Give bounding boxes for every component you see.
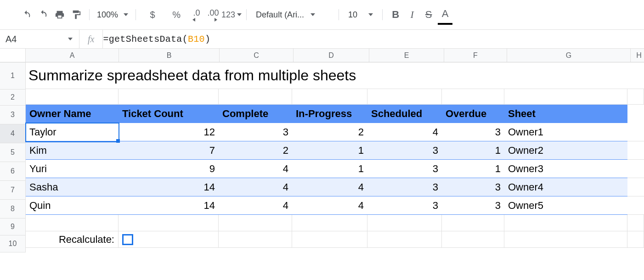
row-header-8[interactable]: 8 bbox=[0, 200, 25, 218]
text-color-button[interactable]: A bbox=[437, 6, 453, 24]
cell[interactable]: 4 bbox=[219, 196, 292, 215]
column-header-F[interactable]: F bbox=[444, 49, 507, 62]
zoom-dropdown[interactable]: 100% bbox=[94, 10, 131, 20]
cell[interactable] bbox=[627, 196, 644, 215]
column-header-B[interactable]: B bbox=[119, 49, 220, 62]
percent-format-button[interactable]: % bbox=[164, 6, 188, 23]
cell[interactable]: 2 bbox=[219, 141, 292, 160]
cell[interactable]: Yuri bbox=[26, 160, 119, 178]
formula-input[interactable]: =getSheetsData(B10) bbox=[103, 34, 644, 45]
cell[interactable] bbox=[627, 123, 644, 141]
cell[interactable]: 4 bbox=[219, 160, 292, 178]
strikethrough-button[interactable]: S bbox=[420, 6, 437, 23]
cell[interactable] bbox=[367, 215, 442, 231]
cell[interactable]: 3 bbox=[442, 196, 504, 215]
cell[interactable]: Sasha bbox=[26, 178, 119, 196]
cell[interactable] bbox=[367, 89, 442, 105]
table-header[interactable]: Overdue bbox=[442, 105, 504, 123]
cell[interactable]: 3 bbox=[367, 196, 442, 215]
table-header[interactable]: Owner Name bbox=[26, 105, 119, 123]
cell[interactable] bbox=[219, 215, 292, 231]
cell[interactable] bbox=[627, 89, 644, 105]
cell[interactable] bbox=[119, 231, 219, 248]
cell[interactable]: 2 bbox=[292, 123, 367, 141]
cell[interactable] bbox=[627, 160, 644, 178]
table-header[interactable]: In-Progress bbox=[292, 105, 367, 123]
number-format-dropdown[interactable]: 123 bbox=[221, 6, 242, 23]
cell[interactable]: Taylor bbox=[26, 123, 119, 141]
cell[interactable]: Owner4 bbox=[504, 178, 627, 196]
cell[interactable] bbox=[627, 215, 644, 231]
row-header-6[interactable]: 6 bbox=[0, 162, 25, 181]
row-header-3[interactable]: 3 bbox=[0, 106, 25, 124]
cell[interactable]: 3 bbox=[219, 123, 292, 141]
cell[interactable] bbox=[504, 231, 627, 248]
bold-button[interactable]: B bbox=[387, 6, 404, 23]
cell[interactable] bbox=[119, 89, 219, 105]
cell[interactable]: 14 bbox=[119, 196, 219, 215]
row-header-2[interactable]: 2 bbox=[0, 90, 25, 106]
cell[interactable]: 14 bbox=[119, 178, 219, 196]
table-header[interactable]: Ticket Count bbox=[119, 105, 219, 123]
cell[interactable]: 12 bbox=[119, 123, 219, 141]
table-header[interactable]: Scheduled bbox=[367, 105, 442, 123]
cell[interactable] bbox=[442, 89, 504, 105]
increase-decimal-button[interactable]: .00 bbox=[205, 6, 221, 23]
cell[interactable]: 1 bbox=[442, 141, 504, 160]
row-header-4[interactable]: 4 bbox=[0, 124, 25, 143]
table-header[interactable]: Sheet bbox=[504, 105, 627, 123]
cell[interactable] bbox=[292, 215, 367, 231]
cell[interactable]: 4 bbox=[367, 123, 442, 141]
cell[interactable] bbox=[627, 105, 644, 123]
cell[interactable] bbox=[26, 215, 119, 231]
column-header-E[interactable]: E bbox=[369, 49, 444, 62]
cell[interactable]: 3 bbox=[367, 160, 442, 178]
undo-button[interactable] bbox=[18, 6, 35, 23]
cell[interactable]: Owner3 bbox=[504, 160, 627, 178]
cells-area[interactable]: Summarize spreadsheet data from multiple… bbox=[26, 62, 644, 252]
column-header-H[interactable]: H bbox=[631, 49, 644, 62]
cell[interactable] bbox=[627, 141, 644, 160]
cell[interactable]: Kim bbox=[26, 141, 119, 160]
cell[interactable]: 1 bbox=[292, 141, 367, 160]
cell[interactable]: 4 bbox=[292, 178, 367, 196]
italic-button[interactable]: I bbox=[404, 6, 420, 23]
cell[interactable] bbox=[627, 178, 644, 196]
cell[interactable] bbox=[26, 89, 119, 105]
column-header-D[interactable]: D bbox=[294, 49, 369, 62]
currency-format-button[interactable]: $ bbox=[141, 6, 164, 23]
cell[interactable] bbox=[292, 231, 367, 248]
print-button[interactable] bbox=[51, 6, 68, 23]
cell[interactable] bbox=[219, 231, 292, 248]
cell[interactable] bbox=[367, 231, 442, 248]
cell[interactable] bbox=[442, 231, 504, 248]
cell[interactable] bbox=[442, 215, 504, 231]
paint-format-button[interactable] bbox=[68, 6, 85, 23]
redo-button[interactable] bbox=[35, 6, 51, 23]
cell[interactable]: 1 bbox=[292, 160, 367, 178]
cell[interactable] bbox=[504, 215, 627, 231]
cell[interactable]: Owner2 bbox=[504, 141, 627, 160]
row-header-10[interactable]: 10 bbox=[0, 235, 25, 252]
recalculate-checkbox[interactable] bbox=[122, 234, 133, 245]
font-family-dropdown[interactable]: Default (Ari... bbox=[251, 10, 334, 20]
cell[interactable]: 4 bbox=[219, 178, 292, 196]
cell[interactable]: Owner1 bbox=[504, 123, 627, 141]
cell[interactable] bbox=[119, 215, 219, 231]
cell[interactable]: Quin bbox=[26, 196, 119, 215]
cell[interactable]: 1 bbox=[442, 160, 504, 178]
cell[interactable]: 3 bbox=[442, 123, 504, 141]
page-title[interactable]: Summarize spreadsheet data from multiple… bbox=[26, 62, 644, 89]
cell[interactable]: 3 bbox=[442, 178, 504, 196]
cell[interactable] bbox=[292, 89, 367, 105]
column-header-C[interactable]: C bbox=[220, 49, 294, 62]
font-size-dropdown[interactable]: 10 bbox=[344, 10, 378, 20]
cell[interactable] bbox=[219, 89, 292, 105]
name-box[interactable]: A4 bbox=[0, 30, 79, 48]
cell[interactable] bbox=[504, 89, 627, 105]
cell[interactable]: Owner5 bbox=[504, 196, 627, 215]
row-header-7[interactable]: 7 bbox=[0, 181, 25, 200]
cell[interactable] bbox=[627, 231, 644, 248]
cell[interactable]: 7 bbox=[119, 141, 219, 160]
column-header-A[interactable]: A bbox=[26, 49, 119, 62]
